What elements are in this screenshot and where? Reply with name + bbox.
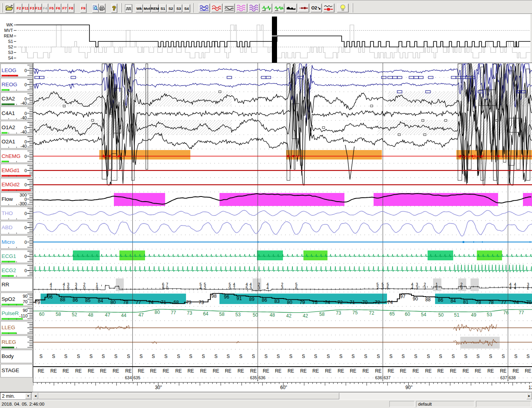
svg-text:PulseR: PulseR: [2, 310, 19, 316]
svg-text:RE: RE: [450, 368, 457, 374]
svg-text:3: 3: [424, 286, 426, 290]
svg-text:S: S: [202, 354, 205, 359]
svg-text:4: 4: [266, 286, 269, 290]
svg-text:0: 0: [24, 225, 27, 230]
svg-text:78: 78: [476, 300, 481, 305]
svg-text:RE: RE: [238, 368, 244, 374]
svg-text:636: 636: [259, 375, 266, 380]
svg-text:S: S: [314, 354, 317, 359]
svg-text:90: 90: [23, 294, 28, 299]
svg-text:0: 0: [24, 154, 27, 159]
svg-text:S: S: [414, 354, 417, 359]
svg-text:RE: RE: [63, 368, 69, 374]
svg-text:S: S: [114, 354, 117, 359]
svg-text:72: 72: [337, 300, 343, 305]
svg-text:88: 88: [425, 297, 431, 302]
svg-text:634: 634: [125, 375, 132, 380]
svg-text:1: 1: [63, 286, 65, 290]
svg-text:S: S: [52, 354, 55, 359]
svg-text:RE: RE: [500, 368, 507, 374]
svg-text:72: 72: [375, 300, 380, 305]
svg-text:RE: RE: [113, 368, 119, 374]
svg-text:MVT: MVT: [4, 28, 13, 33]
svg-text:74: 74: [513, 300, 519, 305]
svg-text:70: 70: [526, 300, 532, 305]
svg-text:-40: -40: [20, 144, 27, 148]
svg-text:4: 4: [75, 286, 77, 290]
svg-text:54: 54: [421, 312, 426, 317]
svg-text:S: S: [177, 354, 180, 359]
svg-text:0: 0: [166, 286, 168, 290]
svg-text:80: 80: [154, 310, 160, 315]
svg-text:96: 96: [47, 294, 53, 300]
svg-text:RE: RE: [313, 368, 319, 374]
svg-text:90": 90": [406, 385, 413, 390]
svg-text:REOG: REOG: [2, 82, 17, 87]
svg-text:RE: RE: [413, 368, 419, 374]
svg-text:S: S: [389, 354, 392, 359]
svg-text:ECG2: ECG2: [2, 267, 16, 273]
svg-text:S: S: [239, 354, 242, 359]
svg-text:78: 78: [488, 300, 494, 305]
svg-text:70: 70: [362, 300, 368, 305]
svg-text:RE: RE: [188, 368, 194, 374]
svg-text:S: S: [64, 354, 67, 359]
svg-text:638: 638: [509, 375, 516, 380]
svg-text:S: S: [352, 354, 355, 359]
svg-text:72: 72: [369, 310, 374, 316]
svg-text:RE: RE: [487, 368, 494, 374]
svg-text:-40: -40: [20, 115, 27, 120]
svg-text:RE: RE: [138, 368, 145, 374]
svg-text:74: 74: [325, 300, 330, 305]
svg-text:4: 4: [509, 286, 512, 290]
svg-text:S: S: [476, 354, 480, 359]
svg-text:3: 3: [381, 286, 384, 290]
svg-text:S: S: [152, 354, 155, 359]
svg-text:RE: RE: [437, 368, 444, 374]
svg-text:77: 77: [519, 310, 524, 315]
svg-text:30": 30": [155, 385, 162, 390]
svg-text:75: 75: [312, 300, 318, 305]
svg-text:48: 48: [270, 312, 275, 318]
svg-text:8: 8: [162, 286, 164, 290]
svg-text:96: 96: [224, 294, 229, 300]
svg-text:77: 77: [501, 300, 506, 305]
svg-text:S: S: [264, 354, 268, 359]
svg-text:85: 85: [85, 298, 91, 303]
svg-text:THO: THO: [2, 210, 13, 216]
svg-text:EMGd2: EMGd2: [2, 182, 20, 187]
svg-text:2: 2: [376, 286, 379, 290]
svg-text:RE: RE: [263, 368, 270, 374]
svg-text:S3: S3: [8, 50, 13, 55]
svg-text:80: 80: [110, 300, 116, 305]
svg-text:71: 71: [350, 300, 355, 305]
svg-text:C4A1: C4A1: [2, 110, 15, 116]
svg-text:7: 7: [233, 286, 235, 290]
svg-text:75: 75: [352, 310, 358, 315]
svg-text:S: S: [214, 354, 218, 359]
svg-text:4: 4: [411, 286, 413, 290]
svg-text:RE: RE: [400, 368, 407, 374]
svg-text:RE: RE: [125, 368, 132, 374]
svg-text:2: 2: [204, 286, 206, 290]
svg-text:S: S: [364, 354, 367, 359]
svg-text:65: 65: [389, 311, 395, 317]
svg-text:2: 2: [527, 286, 529, 290]
svg-text:RE: RE: [88, 368, 95, 374]
svg-text:73: 73: [187, 310, 192, 316]
svg-text:S: S: [464, 354, 467, 359]
svg-text:98: 98: [211, 293, 217, 299]
svg-text:74: 74: [387, 300, 393, 305]
svg-text:S: S: [140, 354, 143, 359]
svg-text:88: 88: [60, 297, 65, 302]
svg-text:3: 3: [249, 286, 252, 290]
svg-text:58: 58: [56, 312, 61, 317]
svg-text:44: 44: [121, 313, 126, 318]
svg-text:RE: RE: [38, 368, 45, 374]
svg-text:RE: RE: [475, 368, 482, 374]
svg-text:637: 637: [384, 375, 391, 380]
svg-text:O2A1: O2A1: [2, 139, 15, 145]
svg-text:S: S: [252, 354, 255, 359]
svg-text:80: 80: [287, 300, 292, 305]
svg-text:RE: RE: [213, 368, 219, 374]
